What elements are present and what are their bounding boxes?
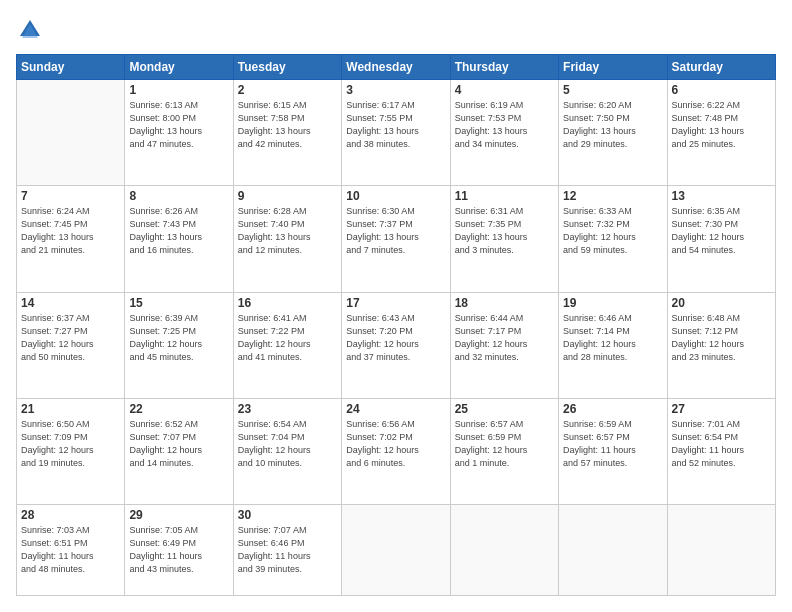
day-info: Sunrise: 6:46 AM Sunset: 7:14 PM Dayligh…: [563, 312, 662, 364]
day-number: 5: [563, 83, 662, 97]
calendar-day-28: 28Sunrise: 7:03 AM Sunset: 6:51 PM Dayli…: [17, 505, 125, 596]
calendar-day-6: 6Sunrise: 6:22 AM Sunset: 7:48 PM Daylig…: [667, 80, 775, 186]
calendar-day-2: 2Sunrise: 6:15 AM Sunset: 7:58 PM Daylig…: [233, 80, 341, 186]
weekday-header-friday: Friday: [559, 55, 667, 80]
calendar-day-4: 4Sunrise: 6:19 AM Sunset: 7:53 PM Daylig…: [450, 80, 558, 186]
logo-icon: [16, 16, 44, 44]
calendar-day-10: 10Sunrise: 6:30 AM Sunset: 7:37 PM Dayli…: [342, 186, 450, 292]
calendar-day-30: 30Sunrise: 7:07 AM Sunset: 6:46 PM Dayli…: [233, 505, 341, 596]
day-info: Sunrise: 6:56 AM Sunset: 7:02 PM Dayligh…: [346, 418, 445, 470]
calendar-day-empty: [17, 80, 125, 186]
weekday-header-sunday: Sunday: [17, 55, 125, 80]
day-number: 9: [238, 189, 337, 203]
day-number: 24: [346, 402, 445, 416]
day-info: Sunrise: 6:59 AM Sunset: 6:57 PM Dayligh…: [563, 418, 662, 470]
day-number: 10: [346, 189, 445, 203]
day-info: Sunrise: 6:33 AM Sunset: 7:32 PM Dayligh…: [563, 205, 662, 257]
calendar-week-5: 28Sunrise: 7:03 AM Sunset: 6:51 PM Dayli…: [17, 505, 776, 596]
calendar-day-17: 17Sunrise: 6:43 AM Sunset: 7:20 PM Dayli…: [342, 292, 450, 398]
day-number: 27: [672, 402, 771, 416]
day-info: Sunrise: 6:30 AM Sunset: 7:37 PM Dayligh…: [346, 205, 445, 257]
day-number: 8: [129, 189, 228, 203]
day-number: 23: [238, 402, 337, 416]
weekday-header-saturday: Saturday: [667, 55, 775, 80]
day-number: 1: [129, 83, 228, 97]
day-number: 13: [672, 189, 771, 203]
calendar-day-21: 21Sunrise: 6:50 AM Sunset: 7:09 PM Dayli…: [17, 398, 125, 504]
calendar-day-empty: [342, 505, 450, 596]
calendar-day-19: 19Sunrise: 6:46 AM Sunset: 7:14 PM Dayli…: [559, 292, 667, 398]
day-info: Sunrise: 6:54 AM Sunset: 7:04 PM Dayligh…: [238, 418, 337, 470]
day-number: 3: [346, 83, 445, 97]
weekday-header-thursday: Thursday: [450, 55, 558, 80]
day-number: 21: [21, 402, 120, 416]
calendar-day-empty: [559, 505, 667, 596]
day-info: Sunrise: 6:19 AM Sunset: 7:53 PM Dayligh…: [455, 99, 554, 151]
logo: [16, 16, 48, 44]
day-info: Sunrise: 6:43 AM Sunset: 7:20 PM Dayligh…: [346, 312, 445, 364]
day-number: 7: [21, 189, 120, 203]
calendar-day-14: 14Sunrise: 6:37 AM Sunset: 7:27 PM Dayli…: [17, 292, 125, 398]
calendar-day-9: 9Sunrise: 6:28 AM Sunset: 7:40 PM Daylig…: [233, 186, 341, 292]
day-number: 18: [455, 296, 554, 310]
day-info: Sunrise: 6:24 AM Sunset: 7:45 PM Dayligh…: [21, 205, 120, 257]
day-number: 14: [21, 296, 120, 310]
calendar-day-1: 1Sunrise: 6:13 AM Sunset: 8:00 PM Daylig…: [125, 80, 233, 186]
calendar-day-25: 25Sunrise: 6:57 AM Sunset: 6:59 PM Dayli…: [450, 398, 558, 504]
calendar-day-12: 12Sunrise: 6:33 AM Sunset: 7:32 PM Dayli…: [559, 186, 667, 292]
day-info: Sunrise: 6:26 AM Sunset: 7:43 PM Dayligh…: [129, 205, 228, 257]
weekday-header-wednesday: Wednesday: [342, 55, 450, 80]
day-number: 19: [563, 296, 662, 310]
calendar-day-18: 18Sunrise: 6:44 AM Sunset: 7:17 PM Dayli…: [450, 292, 558, 398]
day-number: 12: [563, 189, 662, 203]
day-info: Sunrise: 7:03 AM Sunset: 6:51 PM Dayligh…: [21, 524, 120, 576]
day-info: Sunrise: 6:50 AM Sunset: 7:09 PM Dayligh…: [21, 418, 120, 470]
calendar-day-26: 26Sunrise: 6:59 AM Sunset: 6:57 PM Dayli…: [559, 398, 667, 504]
day-info: Sunrise: 6:41 AM Sunset: 7:22 PM Dayligh…: [238, 312, 337, 364]
day-info: Sunrise: 7:07 AM Sunset: 6:46 PM Dayligh…: [238, 524, 337, 576]
day-number: 20: [672, 296, 771, 310]
day-info: Sunrise: 6:20 AM Sunset: 7:50 PM Dayligh…: [563, 99, 662, 151]
day-info: Sunrise: 6:28 AM Sunset: 7:40 PM Dayligh…: [238, 205, 337, 257]
day-info: Sunrise: 7:01 AM Sunset: 6:54 PM Dayligh…: [672, 418, 771, 470]
calendar-day-24: 24Sunrise: 6:56 AM Sunset: 7:02 PM Dayli…: [342, 398, 450, 504]
day-info: Sunrise: 6:48 AM Sunset: 7:12 PM Dayligh…: [672, 312, 771, 364]
day-info: Sunrise: 6:52 AM Sunset: 7:07 PM Dayligh…: [129, 418, 228, 470]
day-number: 28: [21, 508, 120, 522]
calendar-day-empty: [667, 505, 775, 596]
day-info: Sunrise: 6:13 AM Sunset: 8:00 PM Dayligh…: [129, 99, 228, 151]
day-info: Sunrise: 6:35 AM Sunset: 7:30 PM Dayligh…: [672, 205, 771, 257]
calendar-day-13: 13Sunrise: 6:35 AM Sunset: 7:30 PM Dayli…: [667, 186, 775, 292]
header: [16, 16, 776, 44]
day-info: Sunrise: 6:57 AM Sunset: 6:59 PM Dayligh…: [455, 418, 554, 470]
calendar-day-16: 16Sunrise: 6:41 AM Sunset: 7:22 PM Dayli…: [233, 292, 341, 398]
day-number: 25: [455, 402, 554, 416]
calendar-day-3: 3Sunrise: 6:17 AM Sunset: 7:55 PM Daylig…: [342, 80, 450, 186]
calendar-day-15: 15Sunrise: 6:39 AM Sunset: 7:25 PM Dayli…: [125, 292, 233, 398]
day-info: Sunrise: 7:05 AM Sunset: 6:49 PM Dayligh…: [129, 524, 228, 576]
day-number: 17: [346, 296, 445, 310]
calendar-day-7: 7Sunrise: 6:24 AM Sunset: 7:45 PM Daylig…: [17, 186, 125, 292]
day-info: Sunrise: 6:15 AM Sunset: 7:58 PM Dayligh…: [238, 99, 337, 151]
calendar-table: SundayMondayTuesdayWednesdayThursdayFrid…: [16, 54, 776, 596]
day-number: 4: [455, 83, 554, 97]
calendar-day-20: 20Sunrise: 6:48 AM Sunset: 7:12 PM Dayli…: [667, 292, 775, 398]
day-number: 26: [563, 402, 662, 416]
day-number: 11: [455, 189, 554, 203]
day-number: 2: [238, 83, 337, 97]
calendar-day-5: 5Sunrise: 6:20 AM Sunset: 7:50 PM Daylig…: [559, 80, 667, 186]
calendar-day-empty: [450, 505, 558, 596]
day-number: 29: [129, 508, 228, 522]
calendar-day-27: 27Sunrise: 7:01 AM Sunset: 6:54 PM Dayli…: [667, 398, 775, 504]
weekday-header-row: SundayMondayTuesdayWednesdayThursdayFrid…: [17, 55, 776, 80]
calendar-week-3: 14Sunrise: 6:37 AM Sunset: 7:27 PM Dayli…: [17, 292, 776, 398]
calendar-day-11: 11Sunrise: 6:31 AM Sunset: 7:35 PM Dayli…: [450, 186, 558, 292]
page: SundayMondayTuesdayWednesdayThursdayFrid…: [0, 0, 792, 612]
day-info: Sunrise: 6:39 AM Sunset: 7:25 PM Dayligh…: [129, 312, 228, 364]
calendar-day-22: 22Sunrise: 6:52 AM Sunset: 7:07 PM Dayli…: [125, 398, 233, 504]
day-info: Sunrise: 6:37 AM Sunset: 7:27 PM Dayligh…: [21, 312, 120, 364]
calendar-day-23: 23Sunrise: 6:54 AM Sunset: 7:04 PM Dayli…: [233, 398, 341, 504]
weekday-header-monday: Monday: [125, 55, 233, 80]
day-info: Sunrise: 6:44 AM Sunset: 7:17 PM Dayligh…: [455, 312, 554, 364]
day-number: 16: [238, 296, 337, 310]
